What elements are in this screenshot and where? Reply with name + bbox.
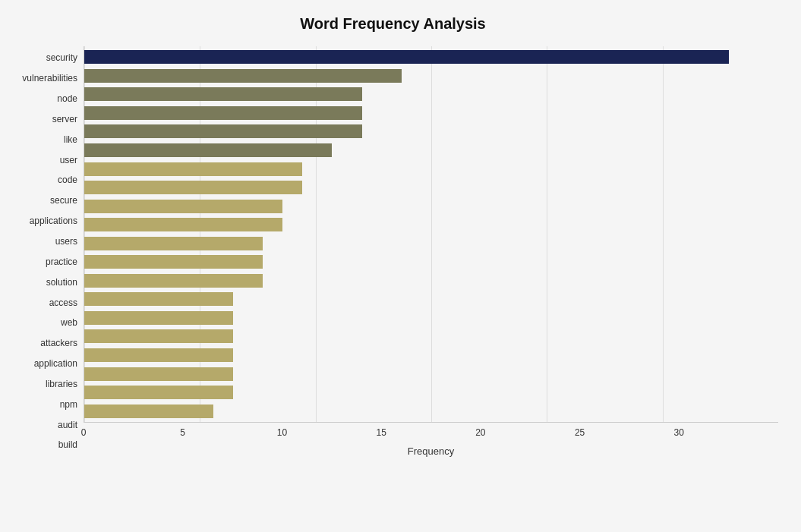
bars-area bbox=[84, 46, 778, 423]
x-tick: 10 bbox=[277, 427, 287, 438]
bar-row bbox=[84, 87, 778, 102]
bar-row bbox=[84, 236, 778, 251]
bar-row bbox=[84, 49, 778, 65]
chart-title: Word Frequency Analysis bbox=[8, 15, 778, 33]
bar bbox=[84, 200, 282, 213]
y-label: applications bbox=[30, 216, 77, 225]
x-tick: 15 bbox=[376, 427, 386, 438]
y-label: web bbox=[61, 318, 77, 327]
x-tick: 25 bbox=[575, 427, 585, 438]
bar bbox=[84, 237, 263, 250]
y-label: like bbox=[64, 135, 77, 144]
y-label: libraries bbox=[46, 379, 77, 389]
y-label: attackers bbox=[40, 338, 77, 348]
bar-row bbox=[84, 310, 778, 326]
y-label: code bbox=[58, 175, 77, 184]
bar bbox=[84, 218, 282, 231]
y-label: node bbox=[57, 94, 77, 103]
bar bbox=[84, 87, 362, 101]
bar-row bbox=[84, 124, 778, 139]
bar-row bbox=[84, 385, 778, 400]
bar-row bbox=[84, 162, 778, 177]
bar-row bbox=[84, 143, 778, 158]
bar bbox=[84, 106, 362, 120]
bar bbox=[84, 386, 233, 399]
bar-row bbox=[84, 367, 778, 382]
x-tick: 30 bbox=[674, 427, 684, 438]
bar-row bbox=[84, 291, 778, 307]
bar bbox=[84, 255, 263, 269]
x-axis: 051015202530 bbox=[84, 423, 778, 442]
y-label: user bbox=[60, 156, 77, 165]
bar bbox=[84, 311, 233, 325]
bar bbox=[84, 329, 233, 343]
x-axis-label: Frequency bbox=[84, 445, 778, 457]
bar-row bbox=[84, 329, 778, 344]
y-label: npm bbox=[60, 400, 77, 409]
x-tick: 0 bbox=[81, 427, 87, 438]
bar-row bbox=[84, 254, 778, 269]
bar bbox=[84, 348, 233, 362]
bar-row bbox=[84, 273, 778, 288]
bar-row bbox=[84, 348, 778, 363]
x-tick: 5 bbox=[180, 427, 185, 438]
bar-row bbox=[84, 404, 778, 419]
bar bbox=[84, 292, 233, 306]
bars-and-x: 051015202530 Frequency bbox=[84, 46, 778, 457]
bar bbox=[84, 124, 362, 138]
y-label: security bbox=[46, 53, 77, 62]
bar bbox=[84, 367, 233, 381]
bar bbox=[84, 143, 332, 157]
y-label: build bbox=[58, 440, 77, 449]
y-label: secure bbox=[50, 196, 77, 205]
y-label: application bbox=[34, 359, 77, 368]
bar bbox=[84, 50, 729, 64]
x-tick: 20 bbox=[475, 427, 485, 438]
y-label: vulnerabilities bbox=[22, 74, 77, 83]
y-label: solution bbox=[46, 278, 77, 287]
y-label: access bbox=[49, 298, 77, 307]
bar bbox=[84, 162, 302, 176]
bar bbox=[84, 274, 263, 288]
bar-row bbox=[84, 217, 778, 232]
y-axis-labels: securityvulnerabilitiesnodeserverlikeuse… bbox=[8, 46, 84, 457]
bar-row bbox=[84, 199, 778, 214]
bar-row bbox=[84, 180, 778, 195]
y-label: users bbox=[55, 237, 77, 246]
chart-area: securityvulnerabilitiesnodeserverlikeuse… bbox=[8, 46, 778, 457]
bar bbox=[84, 181, 302, 194]
y-label: practice bbox=[46, 257, 77, 266]
bar-row bbox=[84, 105, 778, 121]
bar-row bbox=[84, 68, 778, 83]
bar bbox=[84, 405, 213, 418]
y-label: server bbox=[52, 115, 77, 124]
chart-container: Word Frequency Analysis securityvulnerab… bbox=[0, 0, 801, 532]
bar bbox=[84, 69, 402, 83]
y-label: audit bbox=[58, 420, 77, 430]
